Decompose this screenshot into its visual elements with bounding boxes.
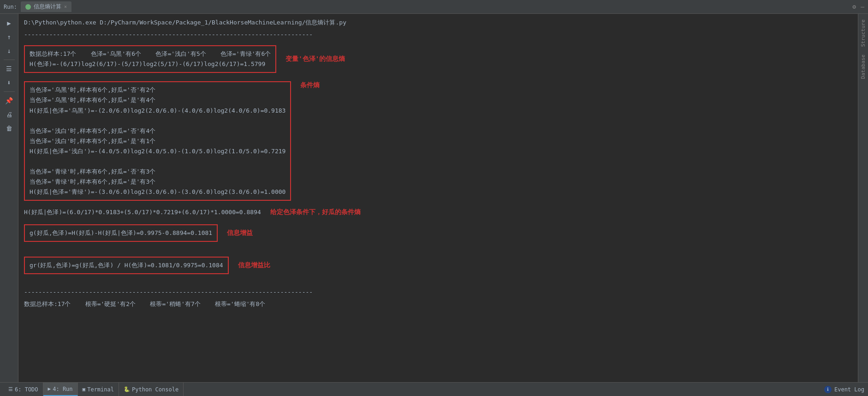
pin-button[interactable]: 📌 bbox=[2, 94, 16, 107]
info-gain-ratio-line: gr(好瓜,色泽)=g(好瓜,色泽) / H(色泽)=0.1081/0.9975… bbox=[30, 260, 223, 270]
toolbar-separator-2 bbox=[4, 91, 15, 92]
total-cond-entropy-line: H(好瓜|色泽)=(6.0/17)*0.9183+(5.0/17)*0.7219… bbox=[24, 207, 261, 217]
python-console-status-item[interactable]: 🐍 Python Console bbox=[119, 383, 184, 396]
terminal-icon: ▣ bbox=[83, 386, 86, 392]
cond-line-6: 当色泽='青绿'时,样本有6个,好瓜='否'有3个 bbox=[30, 167, 285, 177]
python-icon: 🐍 bbox=[124, 386, 130, 392]
run-status-item[interactable]: ▶ 4: Run bbox=[43, 383, 78, 396]
event-log-badge: ℹ bbox=[824, 386, 832, 393]
cond-line-0: 当色泽='乌黑'时,样本有6个,好瓜='否'有2个 bbox=[30, 85, 285, 95]
left-toolbar: ▶ ↑ ↓ ☰ ⬇ 📌 🖨 🗑 bbox=[0, 14, 18, 382]
cond-line-1: 当色泽='乌黑'时,样本有6个,好瓜='是'有4个 bbox=[30, 95, 285, 105]
todo-status-item[interactable]: ☰ 6: TODO bbox=[4, 383, 43, 396]
python-console-label: Python Console bbox=[132, 386, 178, 393]
spacer bbox=[24, 247, 852, 251]
run-label: Run: bbox=[4, 4, 17, 10]
total-cond-entropy-line-box: H(好瓜|色泽)=(6.0/17)*0.9183+(5.0/17)*0.7219… bbox=[24, 206, 261, 218]
conditional-entropy-block: 当色泽='乌黑'时,样本有6个,好瓜='否'有2个 当色泽='乌黑'时,样本有6… bbox=[24, 78, 852, 204]
scroll-down-button[interactable]: ↓ bbox=[2, 44, 16, 57]
info-gain-block: g(好瓜,色泽)=H(好瓜)-H(好瓜|色泽)=0.9975-0.8894=0.… bbox=[24, 222, 852, 245]
info-gain-box: g(好瓜,色泽)=H(好瓜)-H(好瓜|色泽)=0.9975-0.8894=0.… bbox=[24, 224, 218, 242]
scroll-to-end-button[interactable]: ⬇ bbox=[2, 76, 16, 89]
terminal-label: Terminal bbox=[87, 386, 114, 393]
run-button[interactable]: ▶ bbox=[2, 17, 16, 30]
info-entropy-box: 数据总样本:17个 色泽='乌黑'有6个 色泽='浅白'有5个 色泽='青绿'有… bbox=[24, 45, 276, 73]
info-entropy-line1: 数据总样本:17个 色泽='乌黑'有6个 色泽='浅白'有5个 色泽='青绿'有… bbox=[30, 49, 271, 59]
print-button[interactable]: 🖨 bbox=[2, 108, 16, 121]
info-entropy-annotation: 变量'色泽'的信息熵 bbox=[285, 55, 345, 63]
tab-icon bbox=[25, 4, 31, 10]
cond-line-4: 当色泽='浅白'时,样本有5个,好瓜='是'有1个 bbox=[30, 136, 285, 146]
main-layout: ▶ ↑ ↓ ☰ ⬇ 📌 🖨 🗑 D:\Python\python.exe D:/… bbox=[0, 14, 868, 382]
info-gain-ratio-annotation: 信息增益比 bbox=[238, 261, 270, 270]
toggle-soft-wrap-button[interactable]: ☰ bbox=[2, 62, 16, 75]
info-entropy-block: 数据总样本:17个 色泽='乌黑'有6个 色泽='浅白'有5个 色泽='青绿'有… bbox=[24, 42, 852, 76]
run-label-status: 4: Run bbox=[53, 386, 72, 392]
info-gain-ratio-block: gr(好瓜,色泽)=g(好瓜,色泽) / H(色泽)=0.1081/0.9975… bbox=[24, 254, 852, 277]
structure-panel-btn[interactable]: Structure bbox=[860, 16, 866, 51]
terminal-status-item[interactable]: ▣ Terminal bbox=[78, 383, 119, 396]
clear-button[interactable]: 🗑 bbox=[2, 122, 16, 135]
cond-blank-2 bbox=[30, 156, 285, 167]
info-gain-annotation: 信息增益 bbox=[227, 229, 253, 237]
database-panel-btn[interactable]: Database bbox=[860, 51, 866, 83]
cond-blank-1 bbox=[30, 116, 285, 126]
todo-label: 6: TODO bbox=[15, 386, 38, 393]
status-bar: ☰ 6: TODO ▶ 4: Run ▣ Terminal 🐍 Python C… bbox=[0, 382, 868, 396]
total-cond-entropy-annotation: 给定色泽条件下，好瓜的条件熵 bbox=[270, 208, 361, 216]
console-area[interactable]: D:\Python\python.exe D:/PyCharm/WorkSpac… bbox=[18, 14, 858, 382]
cond-line-7: 当色泽='青绿'时,样本有6个,好瓜='是'有3个 bbox=[30, 177, 285, 187]
right-panel: Structure Database bbox=[858, 14, 868, 382]
event-log-label[interactable]: Event Log bbox=[834, 386, 864, 393]
cond-line-5: H(好瓜|色泽='浅白')=-(4.0/5.0)log2(4.0/5.0)-(1… bbox=[30, 146, 285, 156]
settings-icon[interactable]: ⚙ bbox=[852, 3, 856, 10]
total-cond-entropy-block: H(好瓜|色泽)=(6.0/17)*0.9183+(5.0/17)*0.7219… bbox=[24, 206, 852, 218]
cond-line-2: H(好瓜|色泽='乌黑')=-(2.0/6.0)log2(2.0/6.0)-(4… bbox=[30, 106, 285, 116]
info-entropy-line2: H(色泽)=-(6/17)log2(6/17)-(5/17)log2(5/17)… bbox=[30, 59, 271, 69]
conditional-entropy-annotation: 条件熵 bbox=[300, 81, 320, 90]
separator-1: ----------------------------------------… bbox=[24, 30, 852, 40]
toolbar-separator-1 bbox=[4, 60, 15, 60]
tab-name: 信息熵计算 bbox=[34, 3, 61, 11]
cond-line-8: H(好瓜|色泽='青绿')=-(3.0/6.0)log2(3.0/6.0)-(3… bbox=[30, 187, 285, 197]
title-bar: Run: 信息熵计算 × ⚙ — bbox=[0, 0, 868, 14]
spacer2 bbox=[24, 280, 852, 285]
tab-close-btn[interactable]: × bbox=[64, 4, 67, 9]
run-icon: ▶ bbox=[48, 386, 51, 392]
run-tab[interactable]: 信息熵计算 × bbox=[21, 1, 71, 12]
todo-icon: ☰ bbox=[8, 386, 13, 392]
cond-line-3: 当色泽='浅白'时,样本有5个,好瓜='否'有4个 bbox=[30, 126, 285, 136]
separator-2: ----------------------------------------… bbox=[24, 287, 852, 297]
last-line: 数据总样本:17个 根蒂='硬挺'有2个 根蒂='稍蜷'有7个 根蒂='蜷缩'有… bbox=[24, 299, 852, 309]
conditional-entropy-box: 当色泽='乌黑'时,样本有6个,好瓜='否'有2个 当色泽='乌黑'时,样本有6… bbox=[24, 81, 291, 201]
info-gain-line: g(好瓜,色泽)=H(好瓜)-H(好瓜|色泽)=0.9975-0.8894=0.… bbox=[30, 228, 212, 238]
minimize-icon[interactable]: — bbox=[861, 3, 864, 10]
path-line: D:\Python\python.exe D:/PyCharm/WorkSpac… bbox=[24, 18, 852, 28]
status-right: ℹ Event Log bbox=[824, 386, 864, 393]
title-bar-right: ⚙ — bbox=[852, 3, 864, 10]
info-gain-ratio-box: gr(好瓜,色泽)=g(好瓜,色泽) / H(色泽)=0.1081/0.9975… bbox=[24, 257, 229, 274]
scroll-up-button[interactable]: ↑ bbox=[2, 30, 16, 43]
